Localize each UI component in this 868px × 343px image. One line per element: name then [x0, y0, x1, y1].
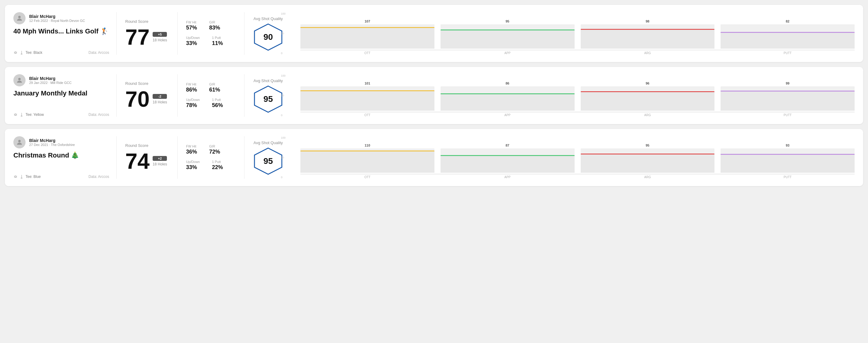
card-quality: Avg Shot Quality 95 100 50 0 110: [244, 136, 855, 179]
avatar: [13, 74, 26, 86]
data-source: Data: Arccos: [89, 113, 109, 117]
round-score-label: Round Score: [125, 19, 169, 24]
bar-group-app: 95: [440, 20, 575, 49]
svg-point-3: [21, 54, 23, 55]
quality-label: Avg Shot Quality: [253, 17, 283, 21]
round-score-label: Round Score: [125, 81, 169, 86]
up-down-stat: Up/Down 33%: [186, 160, 200, 170]
bar-group-putt: 93: [720, 144, 855, 173]
hex-score: 95: [263, 156, 273, 166]
score-badge: +5: [153, 32, 167, 37]
score-badge: -2: [153, 94, 167, 99]
svg-point-10: [18, 140, 21, 142]
player-name: Blair McHarg: [29, 14, 85, 19]
bar-group-app: 87: [440, 144, 575, 173]
card-quality: Avg Shot Quality 95 100 50 0 101: [244, 74, 855, 117]
data-source: Data: Arccos: [89, 175, 109, 179]
svg-point-8: [21, 116, 23, 117]
weather-icon: [13, 175, 18, 179]
round-card-round-1: Blair McHarg 12 Feb 2022 · Royal North D…: [5, 5, 863, 62]
hex-score: 95: [263, 94, 273, 104]
tee-info: Tee: Blue: [13, 175, 41, 179]
card-stats: FW Hit 57% GIR 83% Up/Down 33% 1 Putt 11…: [178, 12, 244, 55]
hexagon: 95: [253, 148, 283, 175]
player-meta: 12 Feb 2022 · Royal North Devon GC: [29, 19, 85, 23]
tee-label: Tee: Blue: [26, 175, 41, 179]
round-score-label: Round Score: [125, 143, 169, 148]
weather-icon: [13, 113, 18, 117]
bar-group-arg: 96: [581, 82, 715, 111]
card-score: Round Score 77 +5 18 Holes: [117, 12, 178, 55]
round-card-round-2: Blair McHarg 29 Jan 2022 · Mill Ride GCC…: [5, 67, 863, 124]
hexagon: 95: [253, 86, 283, 113]
tee-label: Tee: Yellow: [26, 113, 44, 117]
data-source: Data: Arccos: [89, 51, 109, 55]
hex-score: 90: [263, 32, 273, 42]
round-title: Christmas Round 🎄: [13, 151, 109, 159]
svg-point-0: [18, 16, 21, 18]
card-footer: Tee: Yellow Data: Arccos: [13, 113, 109, 117]
golf-icon: [20, 113, 24, 117]
hexagon: 90: [253, 23, 283, 51]
score-number: 70: [125, 88, 150, 110]
up-down-stat: Up/Down 78%: [186, 98, 200, 108]
bar-chart: 100 50 0 107 95: [291, 12, 855, 55]
bar-group-app: 86: [440, 82, 575, 111]
card-left: Blair McHarg 29 Jan 2022 · Mill Ride GCC…: [13, 74, 117, 117]
score-badge: +2: [153, 156, 167, 161]
one-putt-stat: 1 Putt 11%: [212, 36, 223, 46]
bar-group-ott: 101: [300, 82, 434, 111]
rounds-container: Blair McHarg 12 Feb 2022 · Royal North D…: [5, 5, 863, 186]
card-left: Blair McHarg 12 Feb 2022 · Royal North D…: [13, 12, 117, 55]
player-header: Blair McHarg 29 Jan 2022 · Mill Ride GCC: [13, 74, 109, 86]
player-meta: 29 Jan 2022 · Mill Ride GCC: [29, 81, 71, 85]
score-number: 74: [125, 150, 150, 172]
quality-label: Avg Shot Quality: [253, 141, 283, 145]
user-icon: [16, 76, 23, 84]
bar-group-arg: 95: [581, 144, 715, 173]
avatar: [13, 12, 26, 24]
card-score: Round Score 70 -2 18 Holes: [117, 74, 178, 117]
bar-group-ott: 110: [300, 144, 434, 173]
round-card-round-3: Blair McHarg 27 Dec 2021 · The Oxfordshi…: [5, 129, 863, 186]
card-score: Round Score 74 +2 18 Holes: [117, 136, 178, 179]
card-left: Blair McHarg 27 Dec 2021 · The Oxfordshi…: [13, 136, 117, 179]
card-footer: Tee: Blue Data: Arccos: [13, 175, 109, 179]
score-holes: 18 Holes: [153, 38, 167, 42]
card-stats: FW Hit 86% GIR 61% Up/Down 78% 1 Putt 56…: [178, 74, 244, 117]
player-meta: 27 Dec 2021 · The Oxfordshire: [29, 143, 75, 147]
card-quality: Avg Shot Quality 90 100 50 0 107: [244, 12, 855, 55]
card-footer: Tee: Black Data: Arccos: [13, 51, 109, 55]
bar-group-arg: 98: [581, 20, 715, 49]
score-display: 74 +2 18 Holes: [125, 150, 169, 172]
score-holes: 18 Holes: [153, 100, 167, 104]
golf-icon: [20, 175, 24, 179]
bar-chart: 100 50 0 110 87: [291, 136, 855, 179]
fw-hit-stat: FW Hit 36%: [186, 145, 197, 155]
fw-hit-stat: FW Hit 57%: [186, 20, 197, 31]
player-name: Blair McHarg: [29, 76, 71, 81]
gir-stat: GIR 83%: [209, 20, 220, 31]
up-down-stat: Up/Down 33%: [186, 36, 200, 46]
bar-chart: 100 50 0 101 86: [291, 74, 855, 117]
player-header: Blair McHarg 27 Dec 2021 · The Oxfordshi…: [13, 136, 109, 148]
gir-stat: GIR 61%: [209, 83, 220, 93]
player-name: Blair McHarg: [29, 138, 75, 143]
player-header: Blair McHarg 12 Feb 2022 · Royal North D…: [13, 12, 109, 24]
svg-point-13: [21, 178, 23, 179]
bar-group-ott: 107: [300, 20, 434, 49]
score-display: 77 +5 18 Holes: [125, 26, 169, 48]
tee-label: Tee: Black: [26, 51, 42, 55]
quality-label: Avg Shot Quality: [253, 79, 283, 83]
one-putt-stat: 1 Putt 56%: [212, 98, 223, 108]
user-icon: [16, 14, 23, 22]
bar-group-putt: 99: [720, 82, 855, 111]
fw-hit-stat: FW Hit 86%: [186, 83, 197, 93]
bar-group-putt: 82: [720, 20, 855, 49]
one-putt-stat: 1 Putt 22%: [212, 160, 223, 170]
round-title: 40 Mph Winds... Links Golf 🏌: [13, 27, 109, 35]
avatar: [13, 136, 26, 148]
gir-stat: GIR 72%: [209, 145, 220, 155]
tee-info: Tee: Yellow: [13, 113, 44, 117]
user-icon: [16, 139, 23, 146]
